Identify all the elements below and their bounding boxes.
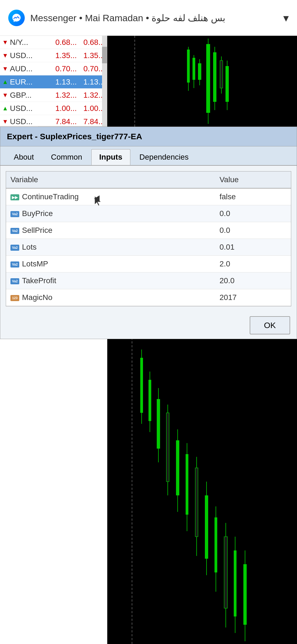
inputs-table-container: Variable Value ▶▶ContinueTradingfalseVa2…	[6, 171, 291, 306]
col-value: Value	[215, 171, 291, 188]
table-row[interactable]: Va2LotsMP2.0	[6, 256, 291, 272]
direction-arrow-2: ▼	[2, 65, 8, 72]
value-cell-0[interactable]: false	[215, 188, 291, 205]
value-cell-4[interactable]: 2.0	[215, 256, 291, 272]
direction-arrow-5: ▲	[2, 105, 8, 112]
svg-rect-8	[198, 63, 201, 80]
symbol-price1-3: 1.13...	[52, 78, 77, 86]
messenger-sender: Mai Ramadan	[85, 13, 143, 23]
svg-rect-55	[234, 550, 237, 616]
svg-rect-2	[187, 50, 190, 83]
variable-cell-3: Va2Lots	[6, 239, 215, 256]
tab-common[interactable]: Common	[43, 149, 90, 165]
messenger-sep2: •	[146, 13, 152, 23]
symbol-name-2: AUD...	[10, 64, 52, 73]
svg-rect-37	[176, 440, 179, 495]
symbol-row-0[interactable]: ▼N/Y...0.68...0.68...	[0, 36, 107, 49]
svg-rect-20	[226, 66, 229, 102]
svg-rect-46	[205, 495, 208, 559]
variable-cell-2: Va2SellPrice	[6, 222, 215, 239]
expert-dialog: Expert - SuplexPrices_tiger777-EA About …	[0, 127, 297, 339]
variable-cell-1: Va2BuyPrice	[6, 205, 215, 222]
expert-title-text: Expert - SuplexPrices_tiger777-EA	[7, 132, 142, 141]
messenger-expand-icon[interactable]: ▾	[283, 12, 289, 24]
ok-row: OK	[0, 312, 297, 339]
tab-inputs[interactable]: Inputs	[91, 149, 130, 165]
expert-tabs: About Common Inputs Dependencies	[0, 146, 297, 166]
variable-cell-0: ▶▶ContinueTrading	[6, 188, 215, 205]
col-variable: Variable	[6, 171, 215, 188]
messenger-notification[interactable]: Messenger • Mai Ramadan • بس هنلف لفه حل…	[0, 0, 297, 36]
table-row[interactable]: Va2Lots0.01	[6, 239, 291, 256]
ok-button[interactable]: OK	[250, 316, 290, 334]
symbol-price1-0: 0.68...	[52, 38, 77, 47]
symbol-row-5[interactable]: ▲USD...1.00...1.00...	[0, 102, 107, 115]
svg-rect-52	[224, 537, 227, 608]
table-row[interactable]: Va2SellPrice0.0	[6, 222, 291, 239]
tab-dependencies[interactable]: Dependencies	[131, 149, 197, 165]
symbol-panel: ▼N/Y...0.68...0.68...▼USD...1.35...1.35.…	[0, 36, 107, 140]
table-row[interactable]: Va2BuyPrice0.0	[6, 205, 291, 222]
svg-rect-34	[166, 413, 169, 482]
inputs-table: Variable Value ▶▶ContinueTradingfalseVa2…	[6, 171, 291, 306]
symbol-price1-6: 7.84...	[52, 117, 77, 126]
svg-rect-17	[220, 61, 223, 88]
expert-title-bar: Expert - SuplexPrices_tiger777-EA	[0, 127, 297, 146]
table-row[interactable]: Va2TakeProfit20.0	[6, 272, 291, 289]
svg-rect-58	[243, 564, 247, 625]
lower-chart-svg	[107, 303, 297, 644]
direction-arrow-1: ▼	[2, 52, 8, 59]
table-row[interactable]: 123MagicNo2017	[6, 289, 291, 306]
scrollbar-thumb[interactable]	[102, 47, 107, 63]
symbol-name-5: USD...	[10, 104, 52, 113]
direction-arrow-6: ▼	[2, 118, 8, 125]
symbol-price2-1: 1.35...	[80, 51, 105, 60]
value-cell-2[interactable]: 0.0	[215, 222, 291, 239]
variable-cell-6: 123MagicNo	[6, 289, 215, 306]
messenger-sep1: •	[79, 13, 85, 23]
messenger-message: بس هنلف لفه حلوة	[152, 13, 225, 23]
symbol-price2-2: 0.70...	[80, 64, 105, 73]
symbol-price2-3: 1.13...	[80, 78, 105, 86]
symbol-name-1: USD...	[10, 51, 52, 60]
symbol-list: ▼N/Y...0.68...0.68...▼USD...1.35...1.35.…	[0, 36, 107, 141]
svg-rect-31	[157, 399, 160, 449]
symbol-price1-2: 0.70...	[52, 64, 77, 73]
symbol-row-2[interactable]: ▼AUD...0.70...0.70...	[0, 62, 107, 75]
direction-arrow-4: ▼	[2, 92, 8, 99]
lower-left-panel	[0, 303, 107, 644]
lower-chart-right	[107, 303, 297, 644]
variable-cell-4: Va2LotsMP	[6, 256, 215, 272]
symbol-name-0: N/Y...	[10, 38, 52, 47]
svg-rect-11	[206, 44, 210, 113]
svg-rect-49	[215, 517, 217, 572]
value-cell-6[interactable]: 2017	[215, 289, 291, 306]
variable-cell-5: Va2TakeProfit	[6, 272, 215, 289]
table-row[interactable]: ▶▶ContinueTradingfalse	[6, 188, 291, 205]
symbol-name-4: GBP...	[10, 91, 52, 100]
tab-about[interactable]: About	[6, 149, 42, 165]
direction-arrow-3: ▲	[2, 78, 8, 86]
value-cell-5[interactable]: 20.0	[215, 272, 291, 289]
lower-chart	[0, 303, 297, 644]
symbol-row-4[interactable]: ▼GBP...1.32...1.32...	[0, 89, 107, 102]
symbol-price1-4: 1.32...	[52, 91, 77, 100]
symbol-price1-1: 1.35...	[52, 51, 77, 60]
symbol-price2-6: 7.84...	[80, 117, 105, 126]
symbol-price2-5: 1.00...	[80, 104, 105, 113]
svg-rect-5	[193, 58, 195, 80]
value-cell-3[interactable]: 0.01	[215, 239, 291, 256]
svg-rect-14	[213, 52, 216, 102]
symbol-row-3[interactable]: ▲EUR...1.13...1.13...	[0, 75, 107, 89]
symbol-price2-4: 1.32...	[80, 91, 105, 100]
svg-rect-28	[148, 380, 151, 421]
scrollbar-track[interactable]	[102, 36, 107, 140]
symbol-name-6: USD...	[10, 117, 52, 126]
messenger-app-name: Messenger	[30, 13, 76, 23]
symbol-name-3: EUR...	[10, 78, 52, 86]
value-cell-1[interactable]: 0.0	[215, 205, 291, 222]
svg-rect-43	[195, 468, 198, 537]
svg-rect-23	[107, 303, 297, 644]
symbol-row-1[interactable]: ▼USD...1.35...1.35...	[0, 49, 107, 62]
direction-arrow-0: ▼	[2, 39, 8, 46]
